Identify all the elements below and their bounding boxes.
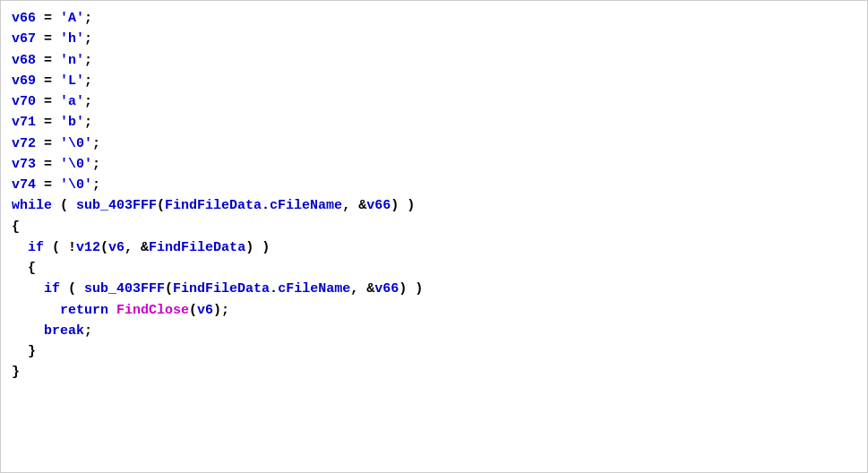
code-line-v67: v67 = 'h';	[12, 29, 856, 49]
code-line-v69: v69 = 'L';	[12, 71, 856, 91]
code-line-if-1: if ( !v12(v6, &FindFileData) )	[12, 237, 856, 258]
code-line-v73: v73 = '\0';	[12, 154, 856, 175]
code-line-close-brace-2: }	[12, 341, 856, 362]
code-line-open-brace-1: {	[12, 217, 856, 237]
code-line-close-brace-1: }	[12, 362, 856, 383]
code-line-break: break;	[12, 321, 856, 341]
code-line-v71: v71 = 'b';	[12, 112, 856, 133]
code-line-v72: v72 = '\0';	[12, 133, 856, 154]
code-line-open-brace-2: {	[12, 258, 856, 279]
code-line-if-2: if ( sub_403FFF(FindFileData.cFileName, …	[12, 279, 856, 299]
code-line-while: while ( sub_403FFF(FindFileData.cFileNam…	[12, 195, 856, 216]
code-line-v70: v70 = 'a';	[12, 91, 856, 112]
code-line-v68: v68 = 'n';	[12, 50, 856, 71]
code-line-v74: v74 = '\0';	[12, 175, 856, 195]
code-line-v66: v66 = 'A';	[12, 8, 856, 29]
code-line-return: return FindClose(v6);	[12, 300, 856, 321]
code-editor: v66 = 'A'; v67 = 'h'; v68 = 'n'; v69 = '…	[0, 0, 868, 473]
